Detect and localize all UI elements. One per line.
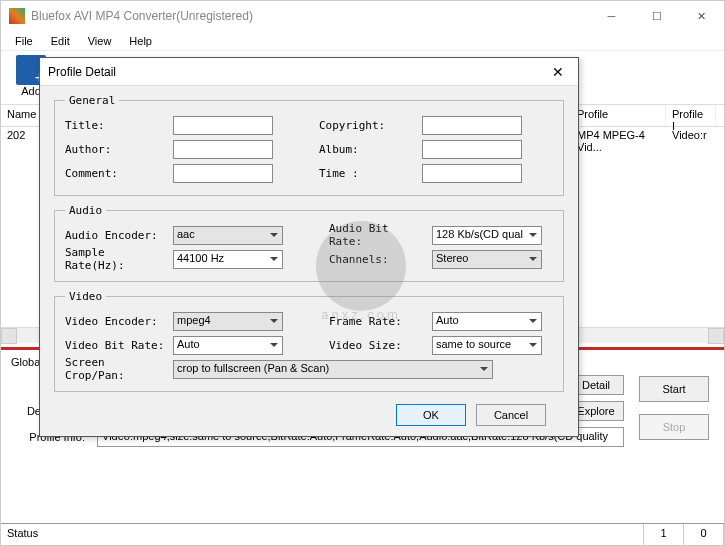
video-size-label: Video Size:	[329, 339, 424, 352]
menu-help[interactable]: Help	[121, 33, 160, 49]
title-label: Title:	[65, 119, 165, 132]
author-label: Author:	[65, 143, 165, 156]
album-label: Album:	[319, 143, 414, 156]
crop-label: Screen Crop/Pan:	[65, 356, 165, 382]
comment-label: Comment:	[65, 167, 165, 180]
titlebar: Bluefox AVI MP4 Converter(Unregistered) …	[1, 1, 724, 31]
video-bitrate-select[interactable]: Auto	[173, 336, 283, 355]
sample-rate-label: Sample Rate(Hz):	[65, 246, 165, 272]
channels-label: Channels:	[329, 253, 424, 266]
menubar: File Edit View Help	[1, 31, 724, 51]
app-icon	[9, 8, 25, 24]
menu-edit[interactable]: Edit	[43, 33, 78, 49]
frame-rate-label: Frame Rate:	[329, 315, 424, 328]
maximize-button[interactable]: ☐	[634, 1, 679, 31]
menu-view[interactable]: View	[80, 33, 120, 49]
time-label: Time :	[319, 167, 414, 180]
video-group: Video Video Encoder: mpeg4 Frame Rate: A…	[54, 290, 564, 392]
profile-detail-dialog: Profile Detail ✕ General Title: Copyrigh…	[39, 57, 579, 437]
status-count-2: 0	[684, 524, 724, 545]
col-profile-info[interactable]: Profile I	[666, 105, 716, 126]
copyright-label: Copyright:	[319, 119, 414, 132]
audio-group: Audio Audio Encoder: aac Audio Bit Rate:…	[54, 204, 564, 282]
audio-bitrate-label: Audio Bit Rate:	[329, 222, 424, 248]
scroll-left-icon[interactable]	[1, 328, 17, 344]
dialog-titlebar[interactable]: Profile Detail ✕	[40, 58, 578, 86]
audio-bitrate-select[interactable]: 128 Kb/s(CD qual	[432, 226, 542, 245]
cell-profile: MP4 MPEG-4 Vid...	[571, 127, 666, 147]
crop-select[interactable]: crop to fullscreen (Pan & Scan)	[173, 360, 493, 379]
author-input[interactable]	[173, 140, 273, 159]
video-encoder-select[interactable]: mpeg4	[173, 312, 283, 331]
time-input[interactable]	[422, 164, 522, 183]
status-count-1: 1	[644, 524, 684, 545]
scroll-right-icon[interactable]	[708, 328, 724, 344]
status-label: Status	[1, 524, 644, 545]
video-encoder-label: Video Encoder:	[65, 315, 165, 328]
col-profile[interactable]: Profile	[571, 105, 666, 126]
cancel-button[interactable]: Cancel	[476, 404, 546, 426]
window-title: Bluefox AVI MP4 Converter(Unregistered)	[31, 9, 589, 23]
menu-file[interactable]: File	[7, 33, 41, 49]
start-button[interactable]: Start	[639, 376, 709, 402]
stop-button[interactable]: Stop	[639, 414, 709, 440]
frame-rate-select[interactable]: Auto	[432, 312, 542, 331]
album-input[interactable]	[422, 140, 522, 159]
sample-rate-select[interactable]: 44100 Hz	[173, 250, 283, 269]
copyright-input[interactable]	[422, 116, 522, 135]
video-size-select[interactable]: same to source	[432, 336, 542, 355]
comment-input[interactable]	[173, 164, 273, 183]
audio-legend: Audio	[65, 204, 106, 217]
dialog-title: Profile Detail	[48, 65, 546, 79]
audio-encoder-select[interactable]: aac	[173, 226, 283, 245]
audio-encoder-label: Audio Encoder:	[65, 229, 165, 242]
general-legend: General	[65, 94, 119, 107]
ok-button[interactable]: OK	[396, 404, 466, 426]
video-bitrate-label: Video Bit Rate:	[65, 339, 165, 352]
general-group: General Title: Copyright: Author: Album:…	[54, 94, 564, 196]
channels-select[interactable]: Stereo	[432, 250, 542, 269]
video-legend: Video	[65, 290, 106, 303]
dialog-close-button[interactable]: ✕	[546, 64, 570, 80]
minimize-button[interactable]: ─	[589, 1, 634, 31]
statusbar: Status 1 0	[1, 523, 724, 545]
title-input[interactable]	[173, 116, 273, 135]
close-button[interactable]: ✕	[679, 1, 724, 31]
cell-pi: Video:r	[666, 127, 716, 147]
